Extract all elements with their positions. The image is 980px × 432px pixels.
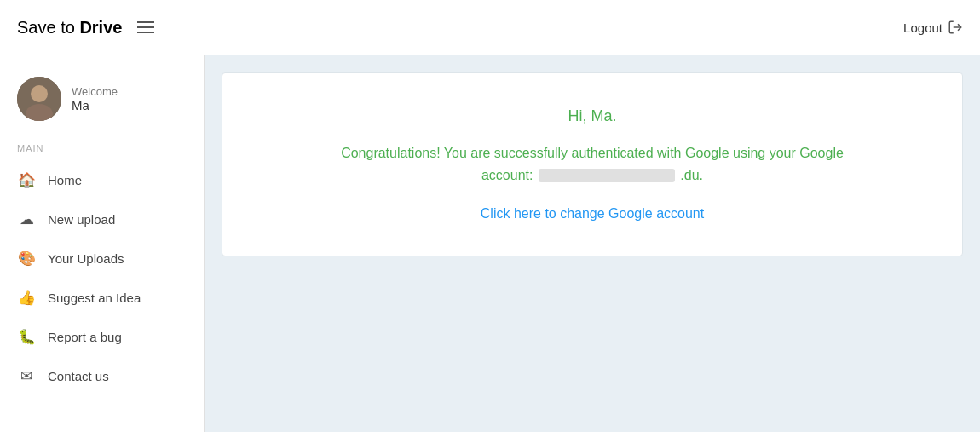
layout: Welcome Ma MAIN 🏠Home☁New upload🎨Your Up… — [0, 55, 980, 432]
home-icon: 🏠 — [17, 170, 36, 189]
sidebar: Welcome Ma MAIN 🏠Home☁New upload🎨Your Up… — [0, 55, 205, 432]
sidebar-item-contact-us[interactable]: ✉Contact us — [0, 356, 204, 395]
sidebar-item-label-new-upload: New upload — [48, 212, 115, 227]
sidebar-item-report-bug[interactable]: 🐛Report a bug — [0, 317, 204, 356]
logo-text: Save to Drive — [17, 18, 122, 37]
report-bug-icon: 🐛 — [17, 327, 36, 346]
sidebar-item-label-contact-us: Contact us — [48, 369, 109, 383]
email-redacted — [539, 169, 675, 182]
svg-point-2 — [31, 85, 48, 102]
logout-button[interactable]: Logout — [903, 20, 963, 35]
logout-icon — [948, 20, 963, 35]
change-account-link[interactable]: Click here to change Google account — [481, 206, 704, 221]
sidebar-item-suggest-idea[interactable]: 👍Suggest an Idea — [0, 278, 204, 317]
sidebar-item-label-your-uploads: Your Uploads — [48, 251, 124, 266]
new-upload-icon: ☁ — [17, 210, 36, 228]
content-card: Hi, Ma. Congratulations! You are success… — [222, 72, 963, 256]
greeting: Hi, Ma. — [248, 107, 937, 125]
welcome-label: Welcome — [72, 85, 118, 98]
main-content: Hi, Ma. Congratulations! You are success… — [205, 55, 980, 432]
contact-us-icon: ✉ — [17, 366, 36, 385]
nav-section-label: MAIN — [0, 138, 204, 160]
sidebar-item-your-uploads[interactable]: 🎨Your Uploads — [0, 239, 204, 278]
user-section: Welcome Ma — [0, 64, 204, 138]
congrats-text: Congratulations! You are successfully au… — [248, 142, 937, 186]
sidebar-item-label-report-bug: Report a bug — [48, 330, 122, 344]
sidebar-item-home[interactable]: 🏠Home — [0, 160, 204, 199]
user-info: Welcome Ma — [72, 85, 118, 112]
username-label: Ma — [72, 98, 118, 112]
suggest-idea-icon: 👍 — [17, 288, 36, 307]
nav-items: 🏠Home☁New upload🎨Your Uploads👍Suggest an… — [0, 160, 204, 395]
logo: Save to Drive — [17, 18, 154, 37]
your-uploads-icon: 🎨 — [17, 249, 36, 268]
sidebar-item-label-home: Home — [48, 173, 82, 187]
sidebar-item-new-upload[interactable]: ☁New upload — [0, 199, 204, 239]
header: Save to Drive Logout — [0, 0, 980, 55]
sidebar-item-label-suggest-idea: Suggest an Idea — [48, 291, 141, 305]
avatar — [17, 77, 61, 121]
menu-icon[interactable] — [137, 21, 154, 33]
